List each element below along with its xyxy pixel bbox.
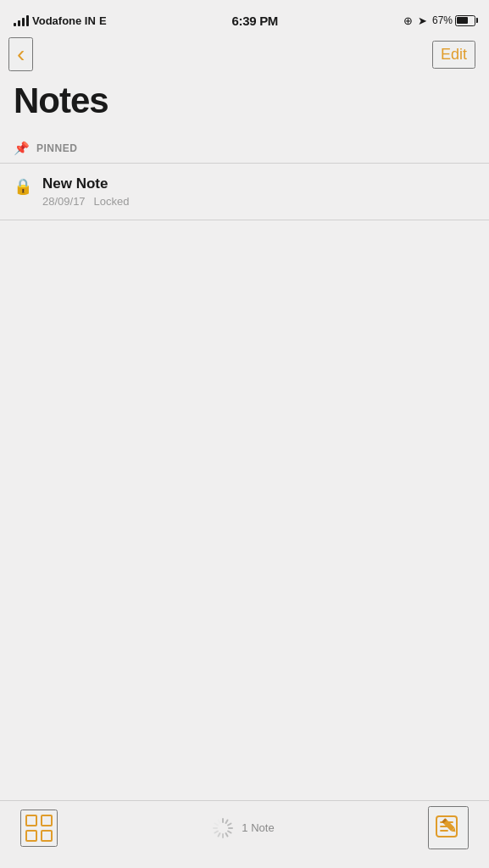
gallery-button[interactable] (20, 810, 58, 847)
grid-cell (25, 830, 37, 842)
battery-container: 67% (432, 14, 475, 26)
syncing-icon (211, 816, 235, 840)
signal-bars-icon (14, 14, 29, 26)
pinned-section-header: 📌 PINNED (0, 134, 489, 164)
status-left: Vodafone IN E (14, 14, 107, 27)
bottom-center: 1 Note (211, 816, 274, 840)
status-time: 6:39 PM (231, 14, 278, 28)
status-bar: Vodafone IN E 6:39 PM ⊕ ➤ 67% (0, 0, 489, 37)
status-right: ⊕ ➤ 67% (403, 14, 475, 27)
note-status: Locked (94, 195, 130, 208)
note-content: New Note 28/09/17 Locked (42, 175, 475, 208)
pin-icon: 📌 (14, 141, 30, 156)
svg-line-4 (228, 831, 231, 832)
svg-line-11 (219, 820, 220, 822)
signal-bar-3 (22, 18, 25, 26)
svg-line-1 (226, 820, 228, 822)
page-title-container: Notes (0, 75, 489, 134)
lock-icon: 🔒 (14, 177, 32, 196)
compose-icon (433, 811, 464, 842)
battery-icon (455, 15, 475, 26)
grid-row-top (25, 815, 53, 826)
back-button[interactable]: ‹ (8, 37, 33, 71)
pinned-label: PINNED (36, 142, 77, 154)
note-meta: 28/09/17 Locked (42, 195, 475, 208)
grid-cell (25, 815, 37, 826)
gps-icon: ➤ (418, 14, 427, 27)
network-label: E (99, 14, 107, 27)
svg-line-5 (226, 833, 228, 836)
edit-button[interactable]: Edit (432, 41, 475, 69)
carrier-label: Vodafone IN (32, 14, 96, 27)
note-date: 28/09/17 (42, 195, 86, 208)
svg-line-7 (219, 833, 220, 836)
svg-line-2 (228, 823, 231, 825)
bottom-bar: 1 Note (0, 800, 489, 868)
compose-button[interactable] (428, 806, 469, 849)
nav-bar: ‹ Edit (0, 37, 489, 75)
battery-fill (457, 17, 467, 24)
signal-bar-1 (14, 23, 16, 26)
battery-percent: 67% (432, 14, 453, 26)
note-item[interactable]: 🔒 New Note 28/09/17 Locked (0, 164, 489, 220)
signal-bar-2 (18, 20, 20, 26)
content-area (0, 220, 489, 801)
page-title: Notes (14, 81, 475, 120)
signal-bar-4 (26, 15, 29, 26)
sunburst-svg (211, 816, 235, 840)
svg-line-8 (215, 831, 218, 832)
grid-row-bottom (25, 830, 53, 842)
grid-cell (41, 830, 53, 842)
note-count: 1 Note (242, 821, 274, 834)
location-icon: ⊕ (403, 14, 413, 27)
note-title: New Note (42, 175, 475, 192)
svg-line-10 (215, 823, 218, 825)
grid-cell (41, 815, 53, 826)
